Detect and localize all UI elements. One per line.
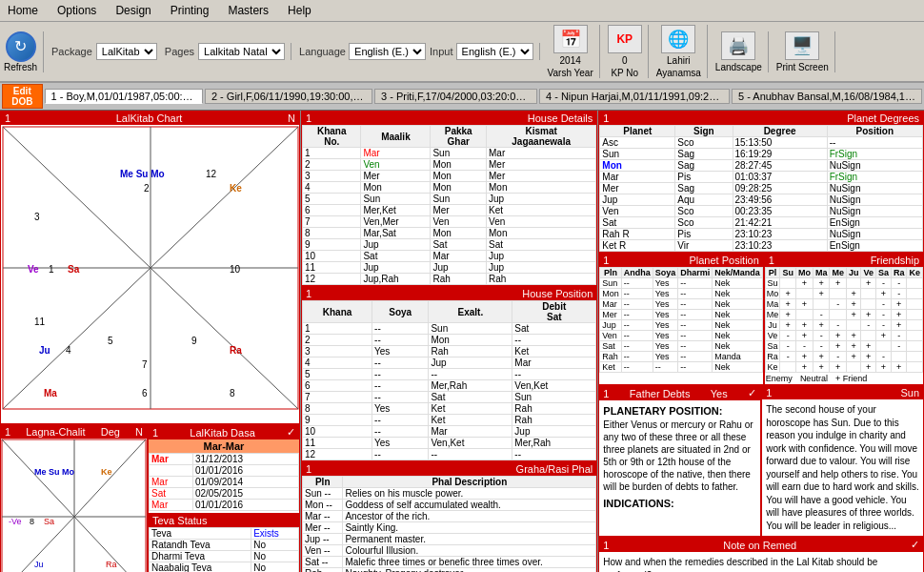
svg-text:3: 3 [34, 212, 40, 222]
col-mo: Mo [795, 268, 813, 278]
lagna-chart-panel: 1 LalKitab Chart N Me Su Mo 2 [0, 111, 300, 424]
col-position: Position [827, 126, 922, 137]
language-label: Language [299, 46, 346, 57]
menu-design[interactable]: Design [111, 2, 154, 19]
menu-options[interactable]: Options [53, 2, 100, 19]
teva-title: Teva Status [152, 515, 207, 526]
house-details-header: 1 House Details [302, 112, 596, 125]
print-screen-button[interactable]: 🖥️ Print Screen [776, 31, 829, 72]
table-row: MarPis01:03:37FrSign [600, 172, 923, 183]
refresh-button[interactable]: ↻ Refresh [4, 31, 37, 72]
menu-home[interactable]: Home [4, 2, 42, 19]
table-row: MerSag09:28:25NuSign [600, 183, 923, 194]
right-column: 1 Planet Degrees Planet Sign Degree Posi… [598, 111, 924, 572]
table-row: 1--SunSat [303, 323, 596, 335]
col-khana: Khana [303, 301, 372, 323]
ayanamsa-value: Lahiri [667, 55, 690, 66]
sun-num: 1 [766, 387, 772, 398]
col-ma: Ma [813, 268, 830, 278]
svg-text:Ke: Ke [101, 467, 112, 477]
ayanamsa-button[interactable]: 🌐 Lahiri Ayanamsa [656, 25, 701, 78]
table-row: Mar --Ancestor of the rich. [303, 511, 596, 522]
print-group: 🖥️ Print Screen [776, 31, 835, 72]
language-select[interactable]: English (E.) [349, 43, 426, 60]
svg-text:Ma: Ma [44, 388, 57, 398]
dasa-check: ✓ [287, 426, 295, 439]
legend-neutral: Neutral [800, 374, 828, 383]
col-ke: Ke [907, 268, 923, 278]
table-row: Jup --Permanent master. [303, 534, 596, 545]
father-debts-yes: Yes [711, 388, 728, 399]
tab-5[interactable]: 5 - Anubhav Bansal,M,16/08/1984,14:43:00… [732, 89, 922, 104]
package-select[interactable]: LalKitab [96, 43, 157, 60]
planet-pos-friendship-row: 1 Planet Position Pln Andha Soya Dharmi … [598, 253, 924, 385]
table-row: Mo++++- [765, 289, 922, 299]
note-remed-panel: 1 Note on Remed ✓ How and when the remed… [598, 537, 924, 572]
varsh-year-button[interactable]: 📅 2014 Varsh Year [548, 25, 593, 78]
kp-label: KP No [611, 68, 638, 78]
ayanamsa-group: 🌐 Lahiri Ayanamsa [656, 25, 708, 78]
kp-button[interactable]: KP 0 KP No [608, 25, 642, 78]
table-row: Ra-++-++- [765, 352, 922, 362]
chalit-svg: Me Su Mo Ke -Ve 8 Sa Ju Ra -Ma [1, 439, 147, 572]
house-pos-title: House Position [522, 288, 593, 299]
note-remed-num: 1 [603, 540, 609, 551]
table-row: 12Jup,RahRahRah [303, 274, 596, 285]
edit-dob-button[interactable]: Edit DOB [2, 84, 43, 109]
tab-4[interactable]: 4 - Nipun Harjai,M,01/11/1991,09:27:00,N… [539, 89, 730, 104]
house-details-num: 1 [306, 112, 311, 124]
table-row: SatSco21:42:21EnSign [600, 217, 923, 229]
table-row: Mon--Yes--Nek [600, 289, 763, 299]
tab-3[interactable]: 3 - Priti,F,17/04/2000,03:20:00,Meerut,I… [374, 89, 537, 104]
table-row: Sat --Malefic three times or benefic thr… [303, 557, 596, 568]
svg-text:Sa: Sa [44, 517, 54, 526]
table-row: 9--KetRah [303, 415, 596, 426]
house-details-title: House Details [528, 112, 593, 124]
teva-row: Dharmi Teva [150, 551, 251, 562]
landscape-label: Landscape [715, 62, 762, 72]
landscape-button[interactable]: 🖨️ Landscape [715, 31, 762, 72]
col-sa: Sa [875, 268, 891, 278]
table-row: Mer--Yes--Nek [600, 310, 763, 320]
svg-text:8: 8 [230, 388, 235, 398]
note-remed-title: Note on Remed [723, 540, 796, 551]
dasa-header: 1 LalKitab Dasa ✓ [149, 425, 299, 439]
table-row: 8YesKetRah [303, 403, 596, 415]
refresh-group: ↻ Refresh [4, 31, 44, 72]
sun-content: The second house of your horoscope has S… [762, 399, 923, 536]
table-row: 8Mar,SatMonMon [303, 228, 596, 239]
father-debts-panel: 1 Father Debts Yes ✓ PLANETARY POSITION:… [598, 385, 761, 537]
lagna-chalit-num: 1 [5, 426, 10, 438]
svg-text:Me Su Mo: Me Su Mo [120, 169, 165, 179]
table-row: Ke++++++ [765, 362, 922, 373]
sun-header: 1 Sun [762, 386, 923, 399]
table-row: 9JupSatSat [303, 239, 596, 251]
table-row: Mer --Saintly King. [303, 522, 596, 534]
teva-header: Teva Status [149, 514, 299, 527]
svg-text:7: 7 [142, 359, 148, 370]
input-label: Input [430, 46, 452, 57]
table-row: 6Mer,KetMerKet [303, 205, 596, 216]
friendship-header: 1 Friendship [765, 254, 923, 267]
ayanamsa-label: Ayanamsa [656, 68, 701, 78]
col-sign: Sign [675, 126, 733, 137]
table-row: 2VenMonMer [303, 159, 596, 171]
input-select[interactable]: English (E.) [456, 43, 533, 60]
tab-1[interactable]: 1 - Boy,M,01/01/1987,05:00:00,Delhi,Indi… [45, 89, 203, 104]
table-row: 10--MarJup [303, 426, 596, 438]
table-row: 5------ [303, 369, 596, 380]
pages-select[interactable]: Lalkitab Natal [198, 43, 285, 60]
menu-help[interactable]: Help [284, 2, 315, 19]
language-group: Language English (E.) Input English (E.) [299, 43, 540, 60]
menu-printing[interactable]: Printing [167, 2, 213, 19]
friendship-legend: Enemy Neutral + Friend [765, 373, 923, 384]
tab-bar: Edit DOB 1 - Boy,M,01/01/1987,05:00:00,D… [0, 83, 924, 111]
table-row: Ven --Colourful Illusion. [303, 545, 596, 557]
table-row: 7Ven,MerVenVen [303, 216, 596, 228]
father-sun-row: 1 Father Debts Yes ✓ PLANETARY POSITION:… [598, 385, 924, 537]
house-details-table: KhanaNo. Maalik PakkaGhar KismatJagaanew… [302, 125, 596, 285]
lagna-chart-suffix: N [288, 112, 295, 124]
tab-2[interactable]: 2 - Girl,F,06/11/1990,19:30:00,Gurgaon,I… [205, 89, 372, 104]
menu-masters[interactable]: Masters [224, 2, 272, 19]
svg-text:Me Su Mo: Me Su Mo [34, 467, 75, 477]
